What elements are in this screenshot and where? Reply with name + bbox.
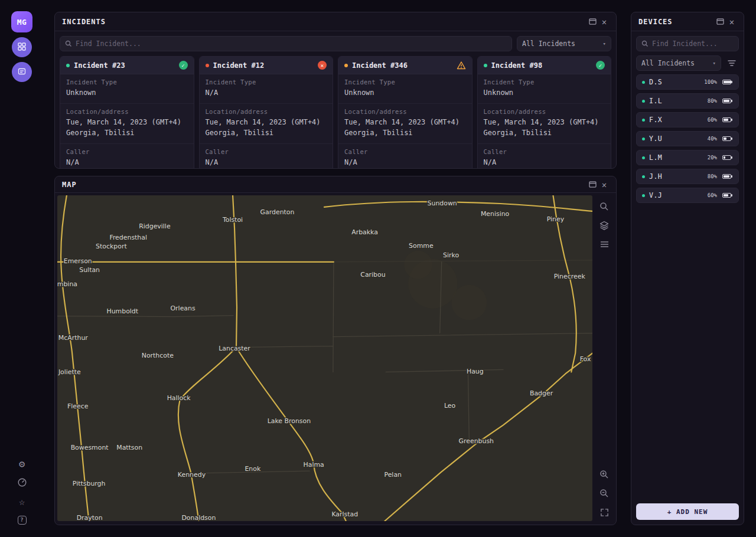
map-panel: MAP ✕ GardentonSundownMenisinoPineyTolst… [54, 176, 617, 525]
svg-text:Northcote: Northcote [142, 352, 174, 359]
battery-percent: 60% [708, 117, 717, 123]
location-line2: Georgia, Tbilisi [484, 128, 605, 138]
chevron-down-icon: ▾ [713, 60, 716, 66]
list-icon[interactable] [598, 238, 611, 251]
incident-location-section: Location/address Tue, March 14, 2023 (GM… [60, 103, 194, 143]
location-line1: Tue, March 14, 2023 (GMT+4) [344, 117, 466, 127]
device-search[interactable] [636, 36, 739, 51]
location-label: Location/address [484, 108, 605, 115]
zoom-out-icon[interactable] [598, 487, 611, 500]
incident-type-label: Incident Type [344, 78, 466, 86]
svg-text:Sirko: Sirko [443, 251, 459, 259]
device-row[interactable]: V.J 60% [636, 188, 739, 203]
devices-filter-row: All Incidents ▾ [636, 55, 739, 71]
online-dot [642, 194, 645, 197]
incident-type-value: Unknown [484, 88, 605, 98]
incidents-controls: All Incidents ▾ [60, 36, 611, 51]
incident-card[interactable]: Incident #346 Incident Type Unknown [338, 56, 472, 169]
sidebar-item-devices[interactable] [12, 62, 32, 82]
maximize-icon[interactable] [714, 16, 726, 28]
close-icon[interactable]: ✕ [598, 16, 610, 28]
panel-title: MAP [62, 181, 586, 189]
caller-label: Caller [66, 148, 188, 155]
device-row[interactable]: J.H 80% [636, 169, 739, 184]
incident-type-value: Unknown [66, 88, 188, 98]
incident-title: Incident #346 [352, 61, 452, 70]
location-line1: Tue, March 14, 2023 (GMT+4) [484, 117, 605, 127]
battery-icon [722, 117, 731, 122]
battery-icon [722, 136, 731, 141]
maximize-icon[interactable] [586, 179, 598, 191]
panel-title: DEVICES [638, 18, 714, 26]
device-row[interactable]: I.L 80% [636, 93, 739, 109]
online-dot [642, 100, 645, 103]
incident-location-section: Location/address Tue, March 14, 2023 (GM… [478, 103, 611, 143]
svg-text:Fleece: Fleece [67, 402, 89, 410]
svg-text:Joliette: Joliette [58, 368, 81, 376]
incident-search[interactable] [60, 36, 512, 51]
incidents-panel-header: INCIDENTS ✕ [55, 12, 616, 31]
caller-value: N/A [206, 158, 327, 168]
device-name: I.L [649, 97, 703, 105]
filter-icon[interactable] [725, 56, 739, 70]
battery-percent: 100% [704, 79, 717, 85]
incidents-panel: INCIDENTS ✕ All Inciden [54, 12, 617, 169]
help-icon[interactable]: ? [17, 515, 27, 525]
layers-icon[interactable] [598, 219, 611, 232]
device-row[interactable]: Y.U 40% [636, 131, 739, 146]
incident-type-section: Incident Type Unknown [338, 74, 472, 103]
battery-icon [722, 193, 731, 198]
sidebar-item-incidents[interactable] [12, 37, 32, 57]
svg-text:Pelan: Pelan [384, 471, 402, 479]
svg-text:Tolstoi: Tolstoi [222, 216, 243, 224]
device-name: D.S [649, 78, 700, 86]
svg-text:Lake Bronson: Lake Bronson [268, 417, 311, 425]
map-canvas[interactable]: GardentonSundownMenisinoPineyTolstoiRidg… [57, 195, 592, 521]
fullscreen-icon[interactable] [598, 506, 611, 519]
device-row[interactable]: F.X 60% [636, 112, 739, 127]
svg-text:Piney: Piney [547, 215, 565, 223]
devices-body: All Incidents ▾ D.S 100% I.L 80% [631, 31, 744, 525]
incident-type-value: Unknown [344, 88, 466, 98]
incident-card[interactable]: Incident #12 ✕ Incident Type N/A Locatio… [199, 56, 334, 169]
battery-percent: 60% [708, 192, 717, 198]
incident-card[interactable]: Incident #23 ✓ Incident Type Unknown Loc… [60, 56, 194, 169]
sidebar-footer: ⚙ ☆ ? [17, 458, 27, 525]
svg-text:Bowesmont: Bowesmont [71, 444, 109, 451]
settings-gear-icon[interactable]: ⚙ [17, 458, 27, 469]
location-line2: Georgia, Tbilisi [66, 128, 188, 138]
incident-type-section: Incident Type Unknown [478, 74, 611, 103]
incident-type-section: Incident Type Unknown [60, 74, 194, 103]
map-svg[interactable]: GardentonSundownMenisinoPineyTolstoiRidg… [57, 195, 592, 521]
compass-icon[interactable] [17, 477, 27, 487]
add-new-button[interactable]: + ADD NEW [636, 503, 739, 520]
svg-text:Leo: Leo [444, 402, 456, 410]
device-row[interactable]: L.M 20% [636, 150, 739, 165]
device-row[interactable]: D.S 100% [636, 74, 739, 90]
search-input[interactable] [652, 40, 739, 48]
location-label: Location/address [344, 108, 466, 115]
location-line1: Tue, March 14, 2023 (GMT+4) [206, 117, 327, 127]
device-filter-select[interactable]: All Incidents ▾ [636, 55, 721, 71]
incident-card-header: Incident #346 [338, 57, 472, 74]
close-icon[interactable]: ✕ [726, 16, 738, 28]
svg-text:Orleans: Orleans [171, 304, 195, 312]
maximize-icon[interactable] [586, 16, 598, 28]
location-line2: Georgia, Tbilisi [206, 128, 327, 138]
online-dot [642, 137, 645, 140]
map-tools [592, 195, 616, 521]
status-dot [344, 64, 348, 67]
star-icon[interactable]: ☆ [17, 496, 27, 506]
svg-text:Sundown: Sundown [428, 199, 457, 207]
svg-text:Badger: Badger [530, 389, 553, 397]
warning-triangle-icon [457, 61, 466, 70]
incident-filter-select[interactable]: All Incidents ▾ [517, 36, 611, 51]
map-search-icon[interactable] [598, 200, 611, 213]
battery-icon [722, 155, 731, 160]
device-name: J.H [649, 172, 703, 181]
close-icon[interactable]: ✕ [598, 179, 610, 191]
zoom-in-icon[interactable] [598, 468, 611, 481]
incident-card[interactable]: Incident #98 ✓ Incident Type Unknown Loc… [477, 56, 612, 169]
search-input[interactable] [76, 40, 507, 48]
location-line2: Georgia, Tbilisi [344, 128, 466, 138]
